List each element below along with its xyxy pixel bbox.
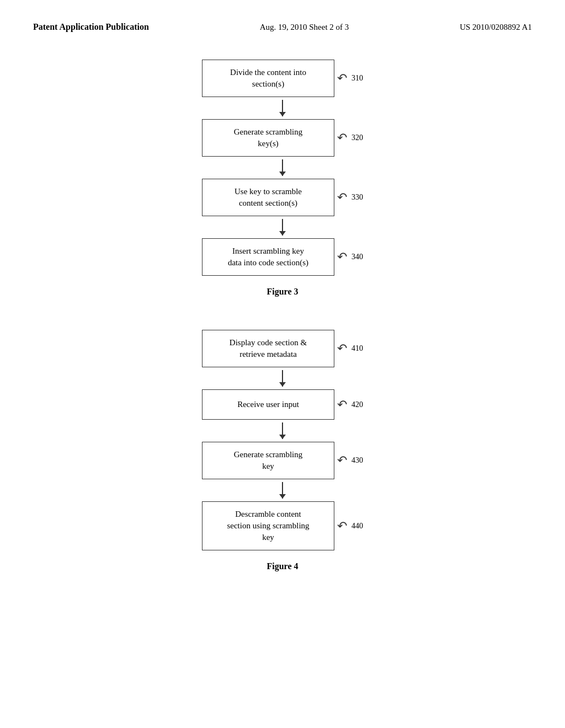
- arrow-410-420: [178, 367, 387, 389]
- figure3-caption: Figure 3: [266, 287, 298, 297]
- step-410-label: ↶ 410: [337, 341, 363, 356]
- curve-410: ↶: [337, 341, 347, 356]
- arrow-310-320: [178, 97, 387, 119]
- arrow-line-6: [282, 482, 283, 499]
- step-430-num: 430: [351, 456, 363, 465]
- patent-number: US 2010/0208892 A1: [460, 23, 532, 32]
- step-310-num: 310: [351, 74, 363, 83]
- step-320-row: Generate scramblingkey(s) ↶ 320: [178, 119, 387, 157]
- arrow-line-3: [282, 219, 283, 235]
- step-410-box: Display code section &retrieve metadata: [202, 330, 334, 367]
- arrow-330-340: [178, 216, 387, 238]
- step-440-num: 440: [351, 522, 363, 531]
- curve-330: ↶: [337, 190, 347, 205]
- step-420-box: Receive user input: [202, 389, 334, 420]
- figure4-caption: Figure 4: [266, 561, 298, 571]
- curve-430: ↶: [337, 453, 347, 468]
- step-310-row: Divide the content intosection(s) ↶ 310: [178, 60, 387, 97]
- arrow-line-2: [282, 159, 283, 176]
- arrow-line-4: [282, 370, 283, 387]
- step-430-label: ↶ 430: [337, 453, 363, 468]
- step-420-row: Receive user input ↶ 420: [178, 389, 387, 420]
- page: Patent Application Publication Aug. 19, …: [0, 0, 565, 728]
- figure4-flowchart: Display code section &retrieve metadata …: [178, 330, 387, 550]
- figure3-flowchart: Divide the content intosection(s) ↶ 310 …: [178, 60, 387, 276]
- figure4-section: Display code section &retrieve metadata …: [33, 330, 532, 571]
- arrow-line-1: [282, 100, 283, 116]
- curve-440: ↶: [337, 519, 347, 533]
- curve-310: ↶: [337, 71, 347, 85]
- arrow-line-5: [282, 422, 283, 439]
- curve-420: ↶: [337, 398, 347, 412]
- step-440-row: Descramble contentsection using scrambli…: [178, 501, 387, 550]
- step-410-num: 410: [351, 344, 363, 353]
- figure3-section: Divide the content intosection(s) ↶ 310 …: [33, 60, 532, 297]
- step-420-label: ↶ 420: [337, 398, 363, 412]
- step-310-label: ↶ 310: [337, 71, 363, 85]
- step-340-num: 340: [351, 253, 363, 261]
- step-440-box: Descramble contentsection using scrambli…: [202, 501, 334, 550]
- curve-340: ↶: [337, 250, 347, 264]
- step-340-label: ↶ 340: [337, 250, 363, 264]
- publication-date: Aug. 19, 2010 Sheet 2 of 3: [260, 23, 349, 32]
- step-410-row: Display code section &retrieve metadata …: [178, 330, 387, 367]
- step-430-box: Generate scramblingkey: [202, 442, 334, 479]
- curve-320: ↶: [337, 131, 347, 145]
- step-340-row: Insert scrambling keydata into code sect…: [178, 238, 387, 276]
- page-header: Patent Application Publication Aug. 19, …: [0, 0, 565, 43]
- step-340-box: Insert scrambling keydata into code sect…: [202, 238, 334, 276]
- step-330-box: Use key to scramblecontent section(s): [202, 179, 334, 216]
- arrow-320-330: [178, 157, 387, 179]
- step-330-label: ↶ 330: [337, 190, 363, 205]
- step-430-row: Generate scramblingkey ↶ 430: [178, 442, 387, 479]
- publication-label: Patent Application Publication: [33, 22, 149, 32]
- main-content: Divide the content intosection(s) ↶ 310 …: [0, 43, 565, 621]
- step-420-num: 420: [351, 400, 363, 409]
- step-330-num: 330: [351, 193, 363, 202]
- step-310-box: Divide the content intosection(s): [202, 60, 334, 97]
- step-330-row: Use key to scramblecontent section(s) ↶ …: [178, 179, 387, 216]
- arrow-420-430: [178, 420, 387, 442]
- step-440-label: ↶ 440: [337, 519, 363, 533]
- arrow-430-440: [178, 479, 387, 501]
- step-320-num: 320: [351, 133, 363, 142]
- step-320-box: Generate scramblingkey(s): [202, 119, 334, 157]
- step-320-label: ↶ 320: [337, 131, 363, 145]
